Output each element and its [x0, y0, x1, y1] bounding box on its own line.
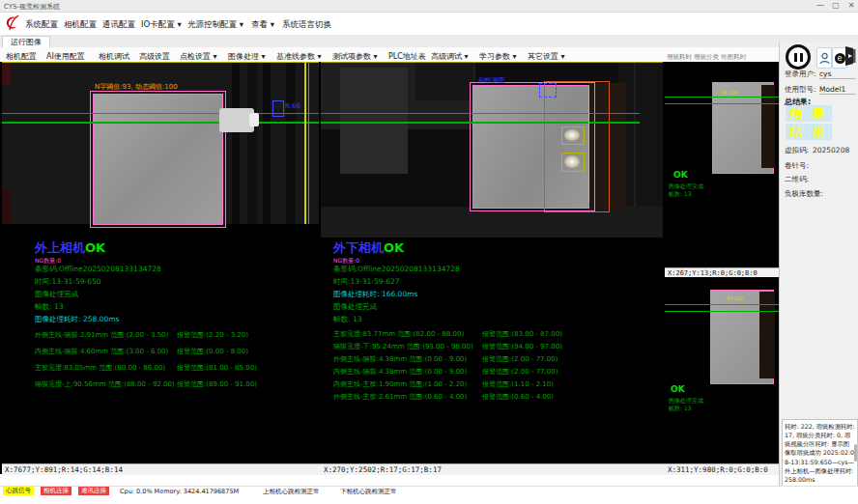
- user-button[interactable]: [816, 47, 832, 69]
- model-label: 使用型号:: [785, 85, 816, 95]
- alarm-range: 报警范围:(0.00 - 8.00): [177, 347, 248, 356]
- menu-io-config[interactable]: IO卡配置 ▾: [141, 19, 182, 31]
- right-camera-title: 外下相机OK: [333, 239, 404, 257]
- menu-view[interactable]: 查看 ▾: [251, 19, 274, 31]
- right-result-ok: OK: [384, 240, 404, 255]
- virtual-code-value: 20250208: [813, 146, 849, 154]
- measurement-row: 内侧主线-隔膜:4.38mm 范围:(0.00 - 9.00): [333, 367, 467, 377]
- app-logo-icon: [5, 14, 19, 32]
- right-baseline-1: [321, 113, 640, 114]
- log-output[interactable]: 耗时: 222, 瑕疵检测耗时: 17, 瑕疵分类耗时: 0, 瑕疵视频分区耗时…: [782, 419, 858, 489]
- tool-image-processing[interactable]: 图像处理 ▾: [228, 51, 266, 62]
- left-frames: 帧数: 13: [35, 302, 63, 312]
- right-machine-part: [340, 68, 408, 174]
- left-image-red-part: [2, 62, 11, 85]
- alarm-range: 报警范围:(81.00 - 85.00): [177, 363, 257, 373]
- right-status: 图像处理完成: [333, 302, 377, 312]
- tool-test-params[interactable]: 测试项参数 ▾: [332, 51, 378, 62]
- exit-door-icon: [844, 44, 857, 68]
- right-spot-roi: [561, 153, 585, 172]
- measurement-row: 内侧主线-隔膜:4.60mm 范围:(3.00 - 6.00): [35, 347, 168, 356]
- left-connector-tip: [249, 113, 259, 126]
- alarm-range: 报警范围:(0.60 - 4.00): [482, 392, 554, 402]
- menu-language-switch[interactable]: 系统语言切换: [282, 19, 331, 31]
- left-elapsed: 图像处理耗时: 258.00ms: [35, 315, 119, 324]
- log-scrollbar[interactable]: [854, 444, 857, 462]
- right-blue-roi: [539, 83, 557, 98]
- tool-other-settings[interactable]: 其它设置 ▾: [528, 51, 565, 62]
- left-roi-box: [90, 91, 226, 228]
- left-image-stripe: [247, 62, 257, 224]
- left-barcode: 条形码:Offline20250208133134728: [35, 265, 161, 274]
- stock-count-label: 负极库数量:: [785, 189, 823, 199]
- cpu-memory-status: Cpu: 0.0% Memory: 3424.41796875M: [120, 488, 239, 495]
- upper-camera-heartbeat: 上相机心跳检测正常: [263, 488, 320, 496]
- alarm-range: 报警范围:(2.20 - 3.20): [177, 330, 248, 340]
- right-roi-box: [470, 82, 595, 211]
- tool-advanced-settings[interactable]: 高级设置: [139, 51, 170, 62]
- left-top-guide-line: [2, 62, 319, 63]
- thumb2-coords-bar: X:311;Y:980;R:0;G:0;B:0: [665, 463, 782, 475]
- left-image-stripe: [232, 62, 240, 224]
- measurement-row: 隔膜宽度-上:90.56mm 范围:(88.00 - 92.00): [35, 379, 175, 389]
- close-button[interactable]: ✕: [844, 1, 858, 10]
- right-baseline-2: [321, 122, 640, 124]
- left-coords-bar: X:7677;Y:891;R:14;G:14;B:14: [2, 463, 322, 475]
- login-user-value[interactable]: cys: [819, 70, 856, 79]
- qr-code-label: 二维码:: [785, 175, 809, 184]
- tool-learning-params[interactable]: 学习参数 ▾: [479, 51, 517, 62]
- left-image-stripe: [286, 62, 296, 224]
- right-frames: 帧数: 13: [333, 315, 361, 324]
- menu-light-config[interactable]: 光源控制配置 ▾: [187, 19, 243, 31]
- tool-advanced-debug[interactable]: 高级调试 ▾: [431, 51, 469, 62]
- left-blue-roi: [272, 100, 284, 117]
- menu-camera-config[interactable]: 相机配置: [64, 19, 97, 31]
- thumb1-baseline: [665, 103, 779, 104]
- toolbar-timing-note: 瑕疵耗时 瑕疵分类 绘图耗时: [667, 53, 746, 62]
- left-image-red-part: [2, 189, 11, 224]
- pause-button[interactable]: [786, 44, 811, 70]
- thumb2-result-ok: OK: [671, 384, 685, 394]
- measurement-row: 内侧主线-主胶:1.90mm 范围:(1.00 - 2.20): [333, 379, 467, 389]
- tool-camera-debug[interactable]: 相机调试: [99, 51, 129, 62]
- menu-system-config[interactable]: 系统配置: [25, 19, 58, 31]
- alarm-range: 报警范围:(89.00 - 91.00): [177, 379, 257, 389]
- comm-link-badge: 通讯连接: [78, 487, 109, 495]
- tool-ai-usage-config[interactable]: AI使用配置: [46, 51, 85, 62]
- right-top-guide-line: [321, 62, 663, 63]
- alarm-range: 报警范围:(2.00 - 77.00): [482, 367, 558, 377]
- thumb1-result-ok: OK: [673, 170, 688, 180]
- lower-camera-heartbeat: 下相机心跳检测正常: [340, 488, 397, 496]
- tool-spot-check[interactable]: 点检设置 ▾: [180, 51, 217, 62]
- left-camera-name: 外上相机: [35, 240, 85, 255]
- left-status: 图像处理完成: [35, 290, 78, 299]
- tool-baseline-params[interactable]: 基准线参数 ▾: [276, 51, 322, 62]
- virtual-code-label: 虚拟码:: [785, 146, 809, 155]
- right-elapsed: 图像处理耗时: 166.00ms: [333, 290, 417, 299]
- left-time: 时间:13-31-59-650: [35, 277, 101, 287]
- alarm-range: 报警范围:(83.00 - 87.00): [482, 329, 562, 339]
- tool-plc-address[interactable]: PLC地址表: [388, 51, 426, 62]
- model-value[interactable]: Model1: [819, 85, 856, 95]
- alarm-range: 报警范围:(94.00 - 97.00): [482, 342, 562, 351]
- left-baseline-1: [2, 113, 319, 114]
- tool-camera-config[interactable]: 相机配置: [6, 51, 37, 62]
- exit-button[interactable]: [844, 44, 857, 68]
- maximize-button[interactable]: ▢: [829, 1, 843, 10]
- thumb2-baseline: [665, 304, 779, 305]
- left-threshold-overlay: N字阈值:93, 动态阈值:100: [95, 82, 178, 92]
- left-result-ok: OK: [85, 240, 105, 255]
- right-spot-roi: [561, 126, 585, 145]
- app-window: CYS-视觉检测系统 — ▢ ✕ 系统配置 相机配置 通讯配置 IO卡配置 ▾ …: [0, 0, 858, 504]
- camera-link-badge: 相机连接: [41, 487, 72, 495]
- thumb1-threshold-overlay: 93 100: [721, 90, 738, 96]
- measurement-row: 主胶宽度:83.77mm 范围:(82.00 - 88.00): [333, 329, 464, 339]
- alarm-range: 报警范围:(1.10 - 2.10): [482, 379, 554, 389]
- left-yellow-guide-2: [308, 62, 309, 224]
- alarm-range: 报警范围:(2.00 - 77.00): [482, 354, 558, 364]
- result-box-lower: 结 果: [786, 124, 832, 140]
- menu-comm-config[interactable]: 通讯配置: [102, 19, 135, 31]
- measurement-row: 隔膜宽度-下:95.24mm 范围:(93.00 - 98.00): [333, 342, 473, 351]
- measurement-row: 主胶宽度:83.05mm 范围:(80.00 - 86.00): [35, 363, 165, 373]
- minimize-button[interactable]: —: [814, 1, 827, 10]
